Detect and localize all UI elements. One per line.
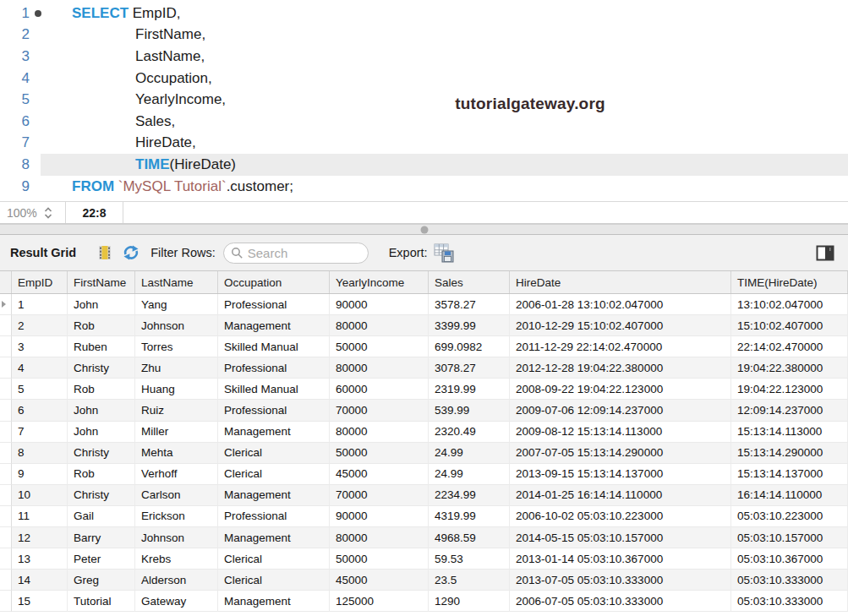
- sql-line-content[interactable]: HireDate,: [41, 133, 848, 155]
- table-cell[interactable]: 2014-05-15 05:03:10.157000: [510, 527, 731, 548]
- table-cell[interactable]: 80000: [330, 315, 429, 336]
- row-gutter-cell[interactable]: [0, 400, 12, 421]
- table-cell[interactable]: 2319.99: [429, 379, 510, 400]
- table-cell[interactable]: 60000: [330, 379, 429, 400]
- sql-line-3[interactable]: 3LastName,: [0, 46, 848, 68]
- table-cell[interactable]: 15:13:14.290000: [731, 443, 848, 464]
- filter-search-box[interactable]: [223, 243, 369, 264]
- table-row[interactable]: 1JohnYangProfessional900003578.272006-01…: [0, 294, 848, 315]
- table-row[interactable]: 3RubenTorresSkilled Manual50000699.09822…: [0, 336, 848, 357]
- table-cell[interactable]: 1290: [429, 591, 510, 612]
- table-cell[interactable]: 2011-12-29 22:14:02.470000: [510, 336, 731, 357]
- table-cell[interactable]: Yang: [135, 294, 218, 315]
- table-cell[interactable]: 50000: [330, 336, 429, 357]
- row-gutter-cell[interactable]: [0, 336, 12, 357]
- table-cell[interactable]: 2007-07-05 15:13:14.290000: [510, 443, 731, 464]
- sql-line-content[interactable]: Occupation,: [41, 68, 848, 90]
- table-cell[interactable]: 12:09:14.237000: [731, 400, 848, 421]
- table-cell[interactable]: Professional: [218, 506, 330, 527]
- table-cell[interactable]: Zhu: [135, 357, 218, 379]
- table-cell[interactable]: 2010-12-29 15:10:02.407000: [510, 315, 731, 336]
- sql-line-7[interactable]: 7HireDate,: [0, 133, 848, 155]
- table-cell[interactable]: 2006-01-28 13:10:02.047000: [510, 294, 731, 315]
- table-cell[interactable]: 3578.27: [429, 294, 510, 315]
- table-cell[interactable]: 1: [12, 294, 68, 315]
- table-cell[interactable]: 5: [12, 379, 68, 400]
- table-cell[interactable]: Torres: [135, 336, 218, 357]
- table-row[interactable]: 6JohnRuizProfessional70000539.992009-07-…: [0, 400, 848, 421]
- table-row[interactable]: 4ChristyZhuProfessional800003078.272012-…: [0, 357, 848, 379]
- table-cell[interactable]: Skilled Manual: [218, 336, 330, 357]
- table-cell[interactable]: Peter: [68, 548, 135, 570]
- zoom-stepper-icon[interactable]: [42, 204, 54, 221]
- table-cell[interactable]: 15:13:14.137000: [731, 464, 848, 485]
- sql-code-area[interactable]: 1SELECT EmpID,2FirstName,3LastName,4Occu…: [0, 3, 848, 197]
- row-gutter-cell[interactable]: [0, 315, 12, 336]
- table-row[interactable]: 12BarryJohnsonManagement800004968.592014…: [0, 527, 848, 548]
- table-cell[interactable]: Ruben: [68, 336, 135, 357]
- table-cell[interactable]: 3399.99: [429, 315, 510, 336]
- row-gutter-cell[interactable]: [0, 570, 12, 591]
- table-cell[interactable]: 2009-07-06 12:09:14.237000: [510, 400, 731, 421]
- table-cell[interactable]: 80000: [330, 527, 429, 548]
- table-cell[interactable]: 15:13:14.113000: [731, 422, 848, 443]
- sql-line-content[interactable]: LastName,: [41, 46, 848, 68]
- table-cell[interactable]: 05:03:10.223000: [731, 506, 848, 527]
- table-cell[interactable]: 2320.49: [429, 422, 510, 443]
- table-cell[interactable]: 14: [12, 570, 68, 591]
- export-icon[interactable]: [434, 243, 455, 263]
- table-cell[interactable]: Carlson: [135, 485, 218, 506]
- sql-line-8[interactable]: 8TIME(HireDate): [0, 154, 848, 176]
- table-cell[interactable]: 19:04:22.380000: [731, 357, 848, 379]
- table-cell[interactable]: 2013-01-14 05:03:10.367000: [510, 548, 731, 570]
- table-cell[interactable]: Mehta: [135, 443, 218, 464]
- table-cell[interactable]: Clerical: [218, 548, 330, 570]
- table-row[interactable]: 2RobJohnsonManagement800003399.992010-12…: [0, 315, 848, 336]
- table-cell[interactable]: Christy: [68, 485, 135, 506]
- table-cell[interactable]: Management: [218, 591, 330, 612]
- column-header-lastname[interactable]: LastName: [135, 271, 218, 293]
- column-header-sales[interactable]: Sales: [429, 271, 510, 293]
- table-cell[interactable]: 45000: [330, 570, 429, 591]
- table-cell[interactable]: 24.99: [429, 464, 510, 485]
- column-header-firstname[interactable]: FirstName: [68, 271, 135, 293]
- table-cell[interactable]: Greg: [68, 570, 135, 591]
- table-cell[interactable]: Verhoff: [135, 464, 218, 485]
- splitter-handle-icon[interactable]: [420, 226, 428, 233]
- table-cell[interactable]: 3: [12, 336, 68, 357]
- row-gutter-cell[interactable]: [0, 485, 12, 506]
- row-gutter-cell[interactable]: [0, 527, 12, 548]
- table-cell[interactable]: 2006-10-02 05:03:10.223000: [510, 506, 731, 527]
- table-cell[interactable]: Barry: [68, 527, 135, 548]
- table-cell[interactable]: Johnson: [135, 527, 218, 548]
- table-cell[interactable]: 70000: [330, 400, 429, 421]
- table-cell[interactable]: 50000: [330, 548, 429, 570]
- table-cell[interactable]: 4968.59: [429, 527, 510, 548]
- row-gutter-cell[interactable]: [0, 422, 12, 443]
- search-input[interactable]: [223, 243, 369, 264]
- table-cell[interactable]: 2: [12, 315, 68, 336]
- table-cell[interactable]: 59.53: [429, 548, 510, 570]
- pane-splitter[interactable]: [0, 224, 848, 235]
- table-cell[interactable]: Clerical: [218, 464, 330, 485]
- table-cell[interactable]: John: [68, 422, 135, 443]
- row-gutter-cell[interactable]: [0, 379, 12, 400]
- table-cell[interactable]: 90000: [330, 294, 429, 315]
- zoom-control[interactable]: 100%: [0, 202, 66, 223]
- row-gutter-cell[interactable]: [0, 357, 12, 379]
- table-cell[interactable]: 05:03:10.367000: [731, 548, 848, 570]
- row-gutter-cell[interactable]: [0, 506, 12, 527]
- table-row[interactable]: 5RobHuangSkilled Manual600002319.992008-…: [0, 379, 848, 400]
- table-cell[interactable]: 90000: [330, 506, 429, 527]
- table-cell[interactable]: 80000: [330, 422, 429, 443]
- table-cell[interactable]: 13: [12, 548, 68, 570]
- table-cell[interactable]: Management: [218, 527, 330, 548]
- table-cell[interactable]: Rob: [68, 464, 135, 485]
- table-cell[interactable]: 16:14:14.110000: [731, 485, 848, 506]
- table-cell[interactable]: 2234.99: [429, 485, 510, 506]
- column-header-occupation[interactable]: Occupation: [218, 271, 330, 293]
- table-cell[interactable]: Krebs: [135, 548, 218, 570]
- table-cell[interactable]: 22:14:02.470000: [731, 336, 848, 357]
- sql-line-content[interactable]: FirstName,: [41, 25, 848, 46]
- sql-line-6[interactable]: 6Sales,: [0, 111, 848, 133]
